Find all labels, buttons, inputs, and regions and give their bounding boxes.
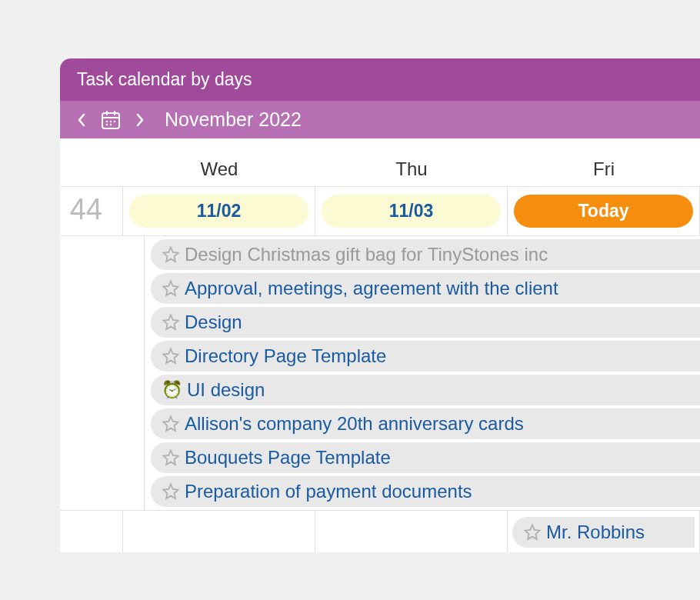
task-label: Preparation of payment documents (185, 481, 472, 502)
day-header-fri: Fri (508, 158, 700, 180)
task-item[interactable]: ⏰UI design (151, 375, 700, 405)
date-cell-wed[interactable]: 11/02 (123, 187, 315, 235)
task-label: UI design (187, 379, 265, 401)
task-label: Approval, meetings, agreement with the c… (185, 278, 558, 299)
svg-point-8 (110, 123, 112, 125)
bottom-row: Mr. Robbins (60, 511, 700, 552)
week-col-spacer (60, 158, 123, 180)
current-month-label: November 2022 (165, 108, 302, 131)
tasks-list: Design Christmas gift bag for TinyStones… (145, 236, 700, 510)
bottom-cell-fri[interactable]: Mr. Robbins (508, 511, 700, 552)
tasks-area: Design Christmas gift bag for TinyStones… (60, 236, 700, 511)
star-icon[interactable] (162, 245, 180, 264)
chevron-right-icon (135, 113, 145, 127)
calendar-picker-button[interactable] (100, 109, 122, 131)
week-number: 44 (60, 187, 123, 235)
star-icon[interactable] (523, 523, 542, 542)
star-icon[interactable] (162, 415, 180, 433)
task-item[interactable]: Bouquets Page Template (151, 442, 700, 473)
today-pill: Today (514, 195, 693, 228)
svg-point-4 (106, 120, 108, 122)
date-cell-thu[interactable]: 11/03 (315, 187, 508, 235)
task-item[interactable]: Mr. Robbins (512, 517, 695, 548)
calendar-grid: Wed Thu Fri 44 11/02 11/03 Today Design … (60, 138, 700, 552)
date-pill: 11/02 (129, 195, 308, 228)
star-icon[interactable] (162, 448, 180, 467)
svg-point-6 (114, 120, 115, 122)
task-label: Mr. Robbins (546, 522, 645, 543)
alarm-clock-icon: ⏰ (162, 382, 182, 398)
day-header-row: Wed Thu Fri (60, 138, 700, 187)
next-month-button[interactable] (135, 113, 145, 127)
task-item[interactable]: Allison's company 20th anniversary cards (151, 408, 700, 439)
bottom-cell-thu[interactable] (315, 511, 508, 552)
prev-month-button[interactable] (77, 113, 86, 127)
task-calendar: Task calendar by days November 2022 Wed … (60, 58, 700, 552)
calendar-nav-bar: November 2022 (60, 101, 700, 138)
calendar-icon (100, 109, 122, 131)
task-item[interactable]: Design Christmas gift bag for TinyStones… (151, 239, 700, 270)
star-icon[interactable] (162, 279, 180, 298)
task-item[interactable]: Design (151, 307, 700, 338)
svg-point-5 (110, 120, 112, 122)
date-pill: 11/03 (322, 195, 501, 228)
task-item[interactable]: Directory Page Template (151, 341, 700, 372)
date-row: 44 11/02 11/03 Today (60, 187, 700, 236)
task-label: Design Christmas gift bag for TinyStones… (185, 244, 548, 265)
date-cell-fri[interactable]: Today (508, 187, 700, 235)
task-item[interactable]: Preparation of payment documents (151, 476, 700, 507)
bottom-cell-wed[interactable] (123, 511, 315, 552)
bottom-week-spacer (60, 511, 123, 552)
task-item[interactable]: Approval, meetings, agreement with the c… (151, 273, 700, 304)
day-header-wed: Wed (123, 158, 315, 180)
task-label: Design (185, 312, 242, 333)
star-icon[interactable] (162, 347, 180, 365)
star-icon[interactable] (162, 313, 180, 332)
task-label: Bouquets Page Template (185, 447, 391, 468)
chevron-left-icon (77, 113, 86, 127)
tasks-left-spacer (60, 236, 145, 510)
day-header-thu: Thu (315, 158, 508, 180)
task-label: Directory Page Template (185, 345, 386, 367)
calendar-title: Task calendar by days (60, 58, 700, 101)
task-label: Allison's company 20th anniversary cards (185, 413, 524, 435)
star-icon[interactable] (162, 482, 180, 501)
svg-point-7 (106, 123, 108, 125)
